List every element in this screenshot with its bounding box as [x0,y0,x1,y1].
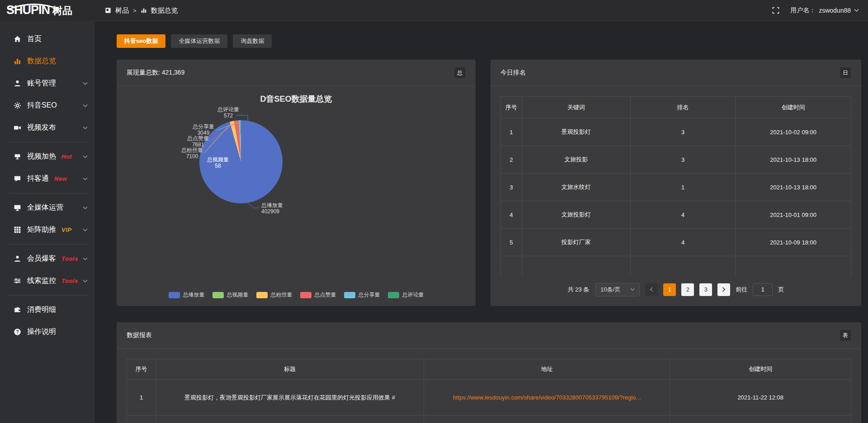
sidebar-item-accounts[interactable]: 账号管理 [0,72,95,94]
legend-item-shares[interactable]: 总分享量 [344,291,380,299]
pie-label-videos: 总视频量58 [195,156,241,169]
seo-chart-panel: 展现量总数: 421,369 总 D音SEO数据量总览 总评论量572 [117,60,476,306]
user-menu[interactable]: 用户名：zswodun88 [790,6,859,14]
legend-item-videos[interactable]: 总视频量 [212,291,249,299]
legend-item-fans[interactable]: 总粉丝量 [256,291,292,299]
total-view-badge[interactable]: 总 [454,67,466,79]
app-logo[interactable]: SHUPIN 树品 [0,2,95,19]
row-index: 1 [127,380,156,416]
pie-label-comments: 总评论量572 [206,106,251,119]
page-button-1[interactable]: 1 [663,283,676,296]
page-button-2[interactable]: 2 [681,283,694,296]
goto-unit: 页 [778,286,784,294]
wallet-icon [14,306,21,314]
chevron-down-icon [83,126,88,130]
sidebar-divider [8,193,89,193]
column-header: 序号 [501,97,522,118]
sidebar-item-consumption-detail[interactable]: 消费明细 [0,299,95,321]
new-badge: New [54,175,67,182]
table-view-badge[interactable]: 表 [840,329,851,341]
sidebar-item-video-publish[interactable]: 视频发布 [0,117,95,139]
breadcrumb: 树品 > 数据总览 [95,6,772,15]
prev-page-button[interactable] [645,283,658,296]
sidebar-item-member-burst[interactable]: 会员爆客 Tools [0,248,95,270]
sidebar-item-label: 抖音SEO [27,101,57,110]
tab-douyin-seo-data[interactable]: 抖音seo数据 [117,34,165,48]
table-row-empty [501,256,851,277]
sidebar-item-label: 矩阵助推 [27,225,56,235]
tab-media-operation-data[interactable]: 全媒体运营数据 [171,34,227,48]
tab-inquiry-data[interactable]: 询盘数据 [233,34,272,48]
sidebar-item-label: 数据总览 [27,56,56,66]
sidebar-item-home[interactable]: 首页 [0,28,95,50]
pie-chart-area: D音SEO数据量总览 总评论量572 总分享量3049 [117,86,476,306]
chevron-down-icon [83,155,88,159]
chevron-down-icon [83,104,88,108]
data-tabs: 抖音seo数据 全媒体运营数据 询盘数据 [117,34,861,48]
username: zswodun88 [819,7,851,14]
sliders-icon [14,277,21,285]
impressions-total: 展现量总数: 421,369 [127,69,184,77]
table-header-row: 序号 关键词 排名 创建时间 [501,97,851,118]
chevron-down-icon [83,177,88,181]
column-header: 关键词 [522,97,630,118]
tools-badge: Tools [61,277,78,284]
pie-label-plays: 总播放量402909 [261,202,316,215]
sidebar-divider [8,244,89,244]
chart-title: D音SEO数据量总览 [117,94,476,104]
sidebar-item-matrix-boost[interactable]: 矩阵助推 VIP [0,219,95,241]
sidebar-item-data-overview[interactable]: 数据总览 [0,50,95,72]
sidebar-item-video-heat[interactable]: 视频加热 Hot [0,146,95,168]
sidebar: 首页 数据总览 账号管理 抖音SEO 视频发布 视频加热 Hot [0,21,95,423]
goto-page-input[interactable] [753,283,773,296]
legend-item-plays[interactable]: 总播放量 [169,291,205,299]
video-title: 景观投影灯，夜游景观投影灯厂家展示展示落花灯在花园里的灯光投影应用效果 # [156,380,424,416]
sidebar-item-label: 操作说明 [27,327,56,337]
next-page-button[interactable] [717,283,730,296]
label-line-plays [247,203,259,208]
table-header-row: 序号 标题 地址 创建时间 [127,359,851,380]
report-table: 序号 标题 地址 创建时间 1 景观投影灯，夜游景观投影灯厂家展示展示落花灯在花… [127,359,851,423]
sidebar-item-label: 全媒体运营 [27,203,63,212]
table-row: 1 景观投影灯，夜游景观投影灯厂家展示展示落花灯在花园里的灯光投影应用效果 # … [127,380,851,416]
table-row: 5投影灯厂家42021-10-09 18:00 [501,229,851,256]
legend-item-likes[interactable]: 总点赞量 [300,291,336,299]
comment-icon [14,175,21,183]
sidebar-item-media-operation[interactable]: 全媒体运营 [0,197,95,219]
goto-label: 前往 [736,286,747,294]
day-view-badge[interactable]: 日 [840,67,851,79]
vip-badge: VIP [61,226,71,233]
grid-icon [14,226,21,234]
chevron-down-icon [83,228,88,232]
pagination: 共 23 条 10条/页 1 2 3 [500,283,851,296]
gear-icon [14,102,21,109]
table-row: 2文旅投影32021-10-13 18:00 [501,146,851,174]
sidebar-item-label: 线索监控 [27,276,56,286]
column-header: 创建时间 [736,97,851,118]
page-size-select[interactable]: 10条/页 [595,283,640,296]
user-icon [14,80,21,87]
table-row: 1景观投影灯32021-10-02 09:00 [501,118,851,146]
monitor-icon [14,204,21,212]
breadcrumb-root[interactable]: 树品 [115,6,129,15]
ranking-panel-title: 今日排名 [500,69,526,77]
sidebar-item-doukertong[interactable]: 抖客通 New [0,168,95,190]
sidebar-item-instructions[interactable]: ? 操作说明 [0,321,95,343]
video-url-link[interactable]: https://www.iesdouyin.com/share/video/70… [430,394,664,401]
chevron-left-icon [650,287,653,292]
main-content: 抖音seo数据 全媒体运营数据 询盘数据 展现量总数: 421,369 总 D音… [95,21,868,423]
sidebar-item-label: 账号管理 [27,79,56,88]
sidebar-divider [8,295,89,296]
sidebar-item-douyin-seo[interactable]: 抖音SEO [0,94,95,117]
chevron-down-icon [83,257,88,261]
legend-item-comments[interactable]: 总评论量 [388,291,424,299]
today-ranking-panel: 今日排名 日 序号 关键词 排名 创建时间 [491,60,861,306]
fullscreen-icon[interactable] [772,7,779,14]
breadcrumb-chart-icon [141,7,147,14]
sidebar-divider [8,142,89,142]
page-button-3[interactable]: 3 [699,283,712,296]
sidebar-item-clue-monitor[interactable]: 线索监控 Tools [0,270,95,292]
sidebar-item-label: 视频发布 [27,123,56,132]
chevron-down-icon [630,288,635,291]
username-label: 用户名： [790,6,816,14]
